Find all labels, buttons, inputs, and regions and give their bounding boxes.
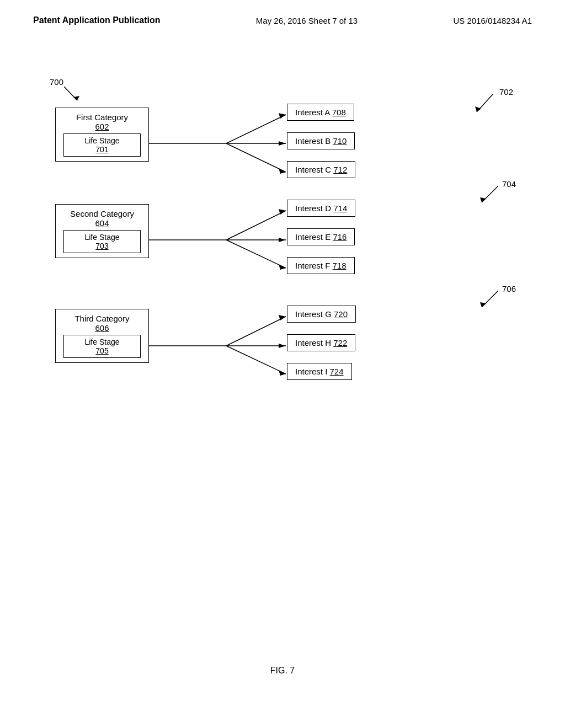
cat3-lifestage-label: Life Stage [70,338,135,346]
diagram-area: 700 702 First Category602 Life Stage 701… [44,77,519,507]
svg-marker-19 [279,238,286,242]
svg-marker-17 [279,209,286,215]
category-2-box: Second Category604 Life Stage 703 [55,204,149,258]
svg-marker-14 [279,168,286,174]
fig-label: FIG. 7 [270,666,295,676]
cat2-ref: 604 [95,218,109,228]
svg-marker-28 [279,370,286,376]
svg-marker-5 [480,197,486,202]
intG-ref: 720 [334,309,348,319]
cat2-label: Second Category604 [63,209,141,228]
cat2-lifestage-box: Life Stage 703 [63,230,141,253]
page-header: Patent Application Publication May 26, 2… [0,0,565,25]
category-3-box: Third Category606 Life Stage 705 [55,309,149,363]
svg-marker-12 [279,141,286,146]
svg-line-16 [226,211,286,240]
intA-ref: 708 [332,108,346,117]
interest-D-box: Interest D 714 [287,200,355,217]
svg-line-27 [226,346,286,374]
intB-ref: 710 [333,136,347,146]
cat1-lifestage-label: Life Stage [70,136,135,145]
ref706-arrow [476,288,507,315]
ref704-arrow [476,183,507,211]
interest-A-box: Interest A 708 [287,104,354,121]
interest-F-box: Interest F 718 [287,257,355,274]
cat2-lifestage-ref: 703 [70,242,135,250]
svg-line-13 [226,143,286,172]
intH-ref: 722 [333,338,347,347]
svg-marker-3 [475,106,481,112]
svg-marker-24 [279,315,286,320]
svg-line-23 [226,317,286,346]
header-date-sheet: May 26, 2016 Sheet 7 of 13 [256,16,358,25]
cat1-lifestage-ref: 701 [70,145,135,154]
svg-line-20 [226,240,286,268]
interest-C-box: Interest C 712 [287,161,355,178]
intE-ref: 716 [333,232,347,242]
intC-ref: 712 [333,165,347,174]
cat1-ref: 602 [95,122,109,131]
cat3-lifestage-ref: 705 [70,346,135,355]
intD-ref: 714 [333,204,347,213]
cat3-ref: 606 [95,323,109,333]
intF-ref: 718 [333,261,347,270]
category-1-box: First Category602 Life Stage 701 [55,108,149,162]
interest-G-box: Interest G 720 [287,306,356,323]
cat2-lifestage-label: Life Stage [70,233,135,242]
ref702-arrow [470,91,503,119]
cat1-label: First Category602 [63,113,141,131]
svg-marker-10 [279,113,286,119]
interest-E-box: Interest E 716 [287,228,355,245]
cat3-lifestage-box: Life Stage 705 [63,335,141,358]
interest-H-box: Interest H 722 [287,334,355,351]
header-title: Patent Application Publication [33,15,161,25]
intI-ref: 724 [330,367,344,376]
svg-marker-26 [279,344,286,348]
header-patent-number: US 2016/0148234 A1 [453,16,532,25]
svg-marker-21 [279,264,286,270]
interest-I-box: Interest I 724 [287,363,352,380]
interest-B-box: Interest B 710 [287,132,355,149]
cat3-label: Third Category606 [63,314,141,333]
svg-marker-7 [480,302,486,307]
cat1-lifestage-box: Life Stage 701 [63,133,141,157]
svg-line-9 [226,115,286,143]
ref700-arrow [54,84,82,106]
